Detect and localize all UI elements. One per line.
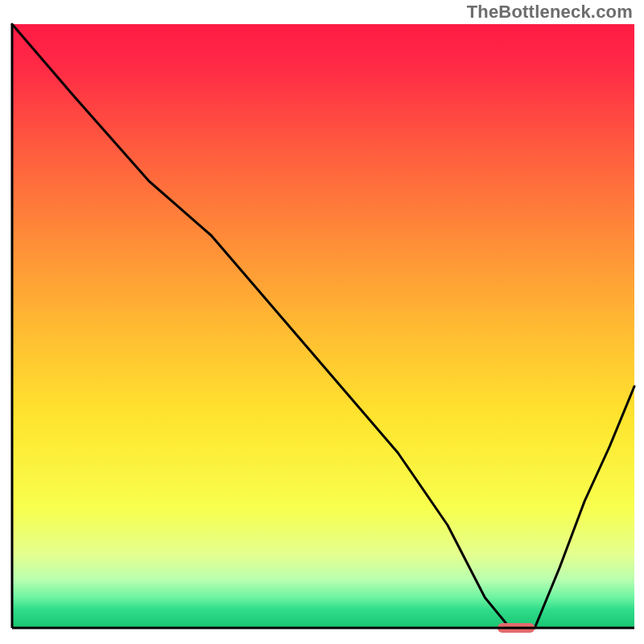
chart-container: TheBottleneck.com (0, 0, 644, 644)
gradient-background (12, 24, 634, 628)
bottleneck-chart (0, 0, 644, 644)
